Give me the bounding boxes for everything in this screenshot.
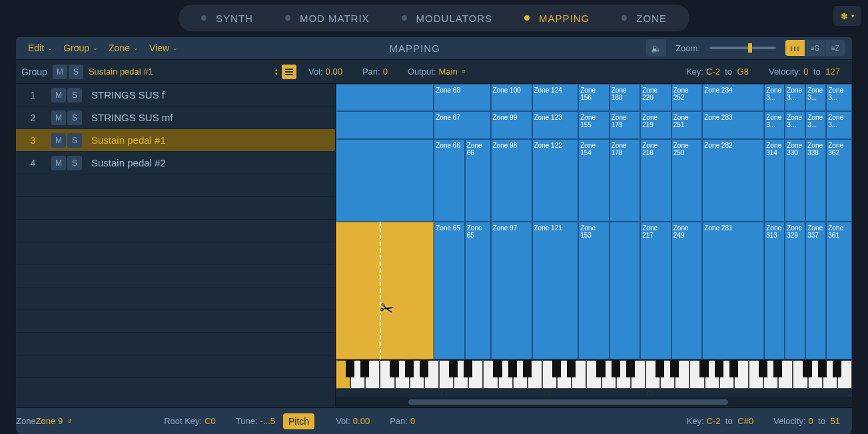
zone-cell[interactable]: Zone 362 <box>826 139 852 222</box>
zone-cell[interactable]: Zone 155 <box>578 111 610 138</box>
tab-modulators[interactable]: MODULATORS <box>386 5 508 31</box>
mute-button[interactable]: M <box>51 156 66 170</box>
zone-cell[interactable]: Zone 217 <box>640 222 671 359</box>
menu-group[interactable]: Group⌄ <box>58 43 103 53</box>
zoom-slider[interactable] <box>709 47 776 49</box>
black-key[interactable] <box>699 360 708 377</box>
keyboard-ruler[interactable]: C0C1C2C3 <box>336 359 852 397</box>
black-key[interactable] <box>508 360 517 377</box>
zone-cell[interactable]: Zone 3... <box>764 84 785 111</box>
zone-pan-field[interactable]: Pan:0 <box>382 412 423 431</box>
mute-button[interactable]: M <box>51 110 66 125</box>
mute-button[interactable]: M <box>53 65 67 79</box>
mute-button[interactable]: M <box>51 133 66 148</box>
zone-cell[interactable] <box>336 222 434 359</box>
zone-name-dropdown[interactable]: Zone 9 ⇵ <box>36 416 72 426</box>
group-velocity-range-field[interactable]: Velocity:0 to 127 <box>761 63 848 81</box>
zone-cell[interactable]: Zone 3... <box>764 111 785 138</box>
solo-button[interactable]: S <box>67 110 82 125</box>
zone-cell[interactable]: Zone 65 <box>465 222 491 359</box>
group-row[interactable]: 4MSSustain pedal #2 <box>16 152 335 174</box>
zone-cell[interactable]: Zone 65 <box>434 222 465 359</box>
zone-cell[interactable]: Zone 338 <box>805 139 826 222</box>
black-key[interactable] <box>360 360 369 377</box>
black-key[interactable] <box>818 360 827 377</box>
tab-synth[interactable]: SYNTH <box>185 5 269 31</box>
zone-cell[interactable]: Zone 66 <box>465 139 491 222</box>
black-key[interactable] <box>346 360 354 377</box>
zone-cell[interactable]: Zone 98 <box>491 139 532 222</box>
black-key[interactable] <box>759 360 767 377</box>
black-key[interactable] <box>493 360 502 377</box>
tab-zone[interactable]: ZONE <box>606 5 683 31</box>
black-key[interactable] <box>405 360 414 377</box>
zone-cell[interactable]: Zone 67 <box>434 111 490 138</box>
group-pan-field[interactable]: Pan:0 <box>354 63 396 81</box>
group-row[interactable]: 3MSSustain pedal #1 <box>16 129 335 152</box>
scrollbar-thumb[interactable] <box>408 399 729 405</box>
zone-cell[interactable]: Zone 154 <box>578 139 610 222</box>
black-key[interactable] <box>420 360 428 377</box>
zone-cell[interactable]: Zone 178 <box>610 139 641 222</box>
zone-cell[interactable]: Zone 66 <box>434 139 465 222</box>
black-key[interactable] <box>552 360 561 377</box>
zone-cell[interactable]: Zone 330 <box>785 139 805 222</box>
group-row[interactable]: 2MSSTRINGS SUS mf <box>16 107 335 129</box>
black-key[interactable] <box>670 360 679 377</box>
zone-cell[interactable]: Zone 97 <box>491 222 532 359</box>
group-key-range-field[interactable]: Key:C-2 to G8 <box>678 63 757 81</box>
zone-cell[interactable] <box>610 222 641 359</box>
zone-cell[interactable]: Zone 156 <box>578 84 610 111</box>
group-vol-field[interactable]: Vol:0.00 <box>300 63 350 81</box>
zone-cell[interactable] <box>336 84 434 111</box>
zone-cell[interactable]: Zone 153 <box>578 222 610 359</box>
black-key[interactable] <box>567 360 576 377</box>
view-mode-button-2[interactable]: ≡Z <box>825 40 845 56</box>
black-key[interactable] <box>596 360 605 377</box>
view-mode-button-1[interactable]: ≡G <box>805 40 825 56</box>
tab-mapping[interactable]: MAPPING <box>508 5 606 31</box>
zone-cell[interactable]: Zone 218 <box>640 139 671 222</box>
black-key[interactable] <box>390 360 398 377</box>
zone-cell[interactable]: Zone 121 <box>532 222 579 359</box>
zone-tune-field[interactable]: Tune:-...5 <box>228 412 283 431</box>
zone-pitch-button[interactable]: Pitch <box>283 413 314 429</box>
zone-cell[interactable]: Zone 219 <box>640 111 671 138</box>
zone-cell[interactable]: Zone 3... <box>805 84 826 111</box>
zone-cell[interactable]: Zone 283 <box>702 111 764 138</box>
black-key[interactable] <box>612 360 620 377</box>
zone-cell[interactable]: Zone 251 <box>671 111 703 138</box>
zone-cell[interactable]: Zone 282 <box>702 139 764 222</box>
black-key[interactable] <box>833 360 841 377</box>
zone-cell[interactable]: Zone 249 <box>671 222 703 359</box>
menu-zone[interactable]: Zone⌄ <box>103 43 144 53</box>
zone-velocity-range-field[interactable]: Velocity:0 to 51 <box>765 412 848 431</box>
black-key[interactable] <box>449 360 458 377</box>
group-row[interactable]: 1MSSTRINGS SUS f <box>16 84 335 107</box>
zone-cell[interactable]: Zone 3... <box>785 84 805 111</box>
zone-cell[interactable]: Zone 281 <box>702 222 764 359</box>
zone-cell[interactable]: Zone 220 <box>640 84 671 111</box>
solo-button[interactable]: S <box>67 133 82 148</box>
black-key[interactable] <box>655 360 664 377</box>
zone-vol-field[interactable]: Vol:0.00 <box>328 412 378 431</box>
black-key[interactable] <box>464 360 472 377</box>
black-key[interactable] <box>715 360 723 377</box>
black-key[interactable] <box>729 360 738 377</box>
preview-speaker-button[interactable]: 🔈 <box>646 39 666 57</box>
zone-cell[interactable]: Zone 123 <box>532 111 579 138</box>
horizontal-scrollbar[interactable] <box>336 397 852 407</box>
zone-cell[interactable]: Zone 122 <box>532 139 579 222</box>
zone-mapping-view[interactable]: Zone 68Zone 100Zone 124Zone 156Zone 180Z… <box>336 84 852 407</box>
zone-cell[interactable]: Zone 314 <box>764 139 785 222</box>
zone-cell[interactable]: Zone 100 <box>491 84 532 111</box>
black-key[interactable] <box>803 360 811 377</box>
group-list-button[interactable] <box>282 65 296 79</box>
black-key[interactable] <box>626 360 635 377</box>
zone-cell[interactable]: Zone 337 <box>805 222 826 359</box>
zone-cell[interactable]: Zone 3... <box>785 111 805 138</box>
group-stepper[interactable]: ▴▾ <box>275 68 278 76</box>
solo-button[interactable]: S <box>67 156 82 170</box>
zone-cell[interactable] <box>336 139 434 222</box>
menu-view[interactable]: View⌄ <box>144 43 183 53</box>
